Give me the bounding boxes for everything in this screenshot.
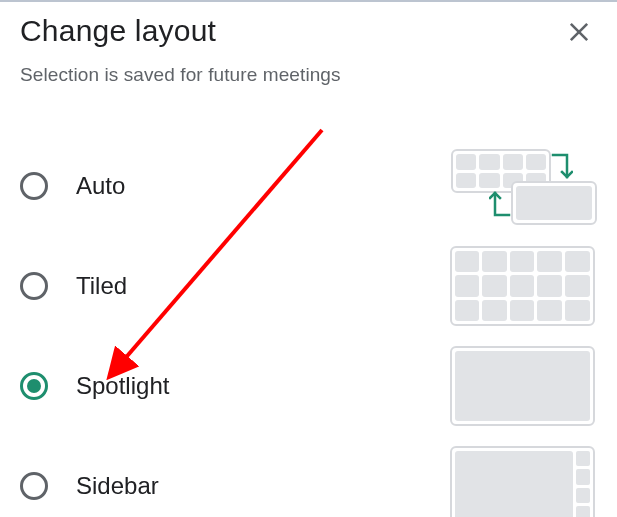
preview-tiled-icon: [447, 245, 597, 327]
radio-auto[interactable]: [20, 172, 48, 200]
preview-sidebar-icon: [447, 445, 597, 517]
option-tiled[interactable]: Tiled: [20, 236, 597, 336]
option-sidebar-label: Sidebar: [76, 472, 447, 500]
option-sidebar[interactable]: Sidebar: [20, 436, 597, 517]
layout-options: Auto Tiled Spotlight: [20, 136, 597, 517]
option-tiled-label: Tiled: [76, 272, 447, 300]
dialog-subtitle: Selection is saved for future meetings: [20, 64, 597, 86]
dialog-title: Change layout: [20, 14, 216, 48]
close-button[interactable]: [561, 14, 597, 50]
radio-spotlight[interactable]: [20, 372, 48, 400]
close-icon: [565, 18, 593, 46]
option-auto[interactable]: Auto: [20, 136, 597, 236]
option-auto-label: Auto: [76, 172, 447, 200]
option-spotlight[interactable]: Spotlight: [20, 336, 597, 436]
radio-sidebar[interactable]: [20, 472, 48, 500]
preview-auto-icon: [447, 145, 597, 227]
preview-spotlight-icon: [447, 345, 597, 427]
option-spotlight-label: Spotlight: [76, 372, 447, 400]
dialog-header: Change layout: [20, 14, 597, 50]
radio-tiled[interactable]: [20, 272, 48, 300]
